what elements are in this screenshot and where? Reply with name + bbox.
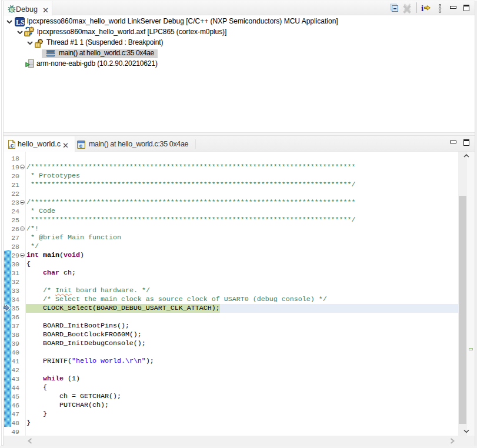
svg-text:LS: LS (16, 18, 25, 26)
svg-text:.c: .c (9, 142, 14, 149)
svg-text:c: c (79, 142, 82, 149)
svg-text:i: i (421, 4, 423, 12)
